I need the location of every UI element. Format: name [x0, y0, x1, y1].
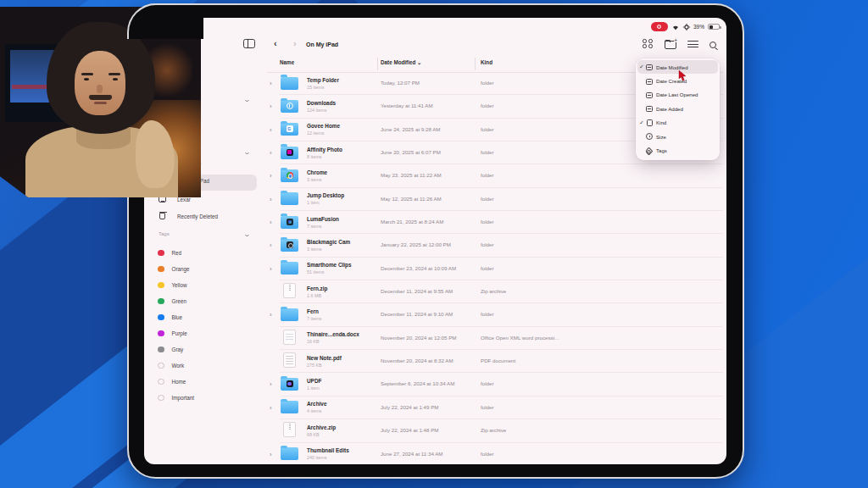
sidebar-toggle-button[interactable] — [243, 39, 255, 48]
sort-menu-item[interactable]: ✓ Size — [637, 130, 718, 143]
column-header-name[interactable]: Name — [280, 59, 294, 65]
file-icon — [281, 284, 298, 297]
file-date-modified: June 24, 2025 at 9:28 AM — [381, 126, 441, 132]
table-row[interactable]: › Chrome 3 items May 23, 2025 at 11:22 A… — [267, 164, 723, 187]
table-row[interactable]: › Blackmagic Cam 3 items January 22, 202… — [267, 234, 723, 257]
menu-item-label: Date Last Opened — [656, 92, 698, 97]
list-view-button[interactable] — [687, 39, 698, 49]
table-row[interactable]: › UPDF 1 item September 6, 2024 at 10:34… — [267, 373, 723, 396]
menu-item-label: Date Added — [656, 106, 683, 112]
disclosure-chevron-icon[interactable]: › — [270, 404, 272, 412]
tag-label: Green — [172, 298, 187, 304]
tag-color-dot — [158, 298, 164, 305]
disclosure-chevron-icon[interactable]: › — [270, 451, 272, 458]
sort-menu-item[interactable]: ✓ Kind — [637, 116, 718, 130]
file-icon — [281, 446, 298, 460]
luma-badge-icon — [287, 219, 293, 225]
table-row[interactable]: › Jump Desktop 1 item May 12, 2025 at 11… — [267, 188, 723, 211]
sidebar-item-lexar[interactable]: Lexar — [177, 197, 191, 202]
section-collapse-chevron[interactable]: ⌄ — [243, 230, 251, 238]
section-collapse-chevron[interactable]: ⌄ — [243, 148, 251, 156]
search-button[interactable] — [709, 42, 716, 48]
table-row[interactable]: › New Note.pdf 275 KB November 20, 2024 … — [267, 350, 723, 373]
record-dot-icon — [657, 25, 661, 29]
file-detail: 7 items — [307, 316, 321, 321]
disclosure-chevron-icon[interactable]: › — [270, 126, 272, 134]
table-row[interactable]: › Archive.zip 68 KB July 22, 2024 at 1:4… — [267, 419, 723, 442]
table-row[interactable]: › Fern 7 items December 11, 2024 at 9:10… — [267, 303, 723, 326]
column-header-date-modified[interactable]: Date Modified ⌄ — [381, 59, 421, 65]
disclosure-chevron-icon[interactable]: › — [270, 196, 272, 203]
file-kind: Zip archive — [481, 288, 581, 294]
menu-item-icon — [646, 147, 653, 154]
sort-menu-item[interactable]: ✓ Date Last Opened — [637, 88, 718, 102]
file-icon — [281, 168, 298, 181]
table-row[interactable]: › Archive 4 items July 22, 2024 at 1:49 … — [267, 396, 723, 419]
disclosure-chevron-icon[interactable]: › — [270, 265, 272, 273]
file-kind: folder — [481, 451, 581, 457]
file-name: Govee Home — [307, 123, 340, 129]
sidebar-item-recently-deleted[interactable]: Recently Deleted — [177, 214, 218, 219]
sidebar-tag-item[interactable]: Purple — [158, 325, 187, 341]
sidebar-tag-item[interactable]: Green — [158, 293, 186, 309]
tag-label: Purple — [172, 330, 187, 336]
table-row[interactable]: › Thinaire...enda.docx 16 KB November 20… — [267, 327, 723, 350]
file-detail: 240 items — [307, 455, 326, 460]
file-icon — [281, 214, 298, 228]
tag-label: Blue — [172, 314, 183, 320]
file-detail: 1 item — [307, 385, 320, 391]
file-kind: folder — [481, 126, 581, 132]
screen-recording-indicator[interactable] — [651, 22, 668, 31]
sort-menu-item[interactable]: ✓ Date Added — [637, 102, 718, 115]
video-frame: ul 1 39% ‹ › On My iPad — [0, 0, 868, 488]
column-header-kind[interactable]: Kind — [481, 59, 492, 65]
tag-color-dot — [158, 330, 164, 337]
back-button[interactable]: ‹ — [274, 38, 277, 48]
tag-color-dot — [158, 347, 164, 353]
file-icon — [281, 98, 298, 112]
disclosure-chevron-icon[interactable]: › — [270, 241, 272, 249]
sidebar-tag-item[interactable]: Blue — [158, 309, 182, 325]
sidebar-tag-item[interactable]: Red — [158, 245, 181, 261]
sidebar-tag-item[interactable]: Orange — [158, 261, 190, 277]
file-icon — [281, 353, 298, 367]
disclosure-chevron-icon[interactable]: › — [270, 149, 272, 157]
disclosure-chevron-icon[interactable]: › — [270, 103, 272, 110]
sort-menu-item[interactable]: ✓ Tags — [637, 143, 718, 157]
tag-color-dot — [158, 395, 164, 402]
file-kind: Office Open XML word processi… — [481, 335, 581, 341]
status-bar: ul 1 39% — [144, 18, 726, 35]
sidebar-tag-item[interactable]: Yellow — [158, 277, 186, 293]
file-kind: Zip archive — [481, 427, 581, 433]
disclosure-chevron-icon[interactable]: › — [270, 172, 272, 180]
sidebar-tag-item[interactable]: Important — [158, 390, 194, 406]
sidebar-tag-item[interactable]: Work — [158, 358, 184, 374]
file-date-modified: November 20, 2024 at 12:05 PM — [381, 335, 456, 341]
disclosure-chevron-icon[interactable]: › — [270, 311, 272, 319]
file-kind: folder — [481, 219, 581, 225]
table-row[interactable]: › Smarthome Clips 51 items December 23, … — [267, 258, 723, 280]
tag-color-dot — [158, 379, 164, 385]
file-detail: 8 items — [307, 154, 321, 159]
table-row[interactable]: › Fern.zip 1.6 MB December 11, 2024 at 9… — [267, 280, 723, 303]
sidebar-tag-item[interactable]: Gray — [158, 341, 183, 358]
tag-label: Home — [172, 379, 186, 385]
menu-item-label: Tags — [656, 147, 667, 153]
file-detail: 4 items — [307, 408, 321, 413]
disclosure-chevron-icon[interactable]: › — [270, 380, 272, 388]
orientation-lock-icon — [683, 24, 690, 30]
view-options-button[interactable] — [643, 39, 654, 49]
forward-button[interactable]: › — [293, 38, 297, 48]
sidebar-tag-item[interactable]: Home — [158, 374, 186, 390]
menu-item-icon — [646, 119, 653, 126]
disclosure-chevron-icon[interactable]: › — [270, 219, 272, 226]
disclosure-chevron-icon[interactable]: › — [270, 80, 272, 87]
new-folder-button[interactable] — [665, 41, 676, 49]
file-date-modified: December 11, 2024 at 9:10 AM — [381, 311, 453, 317]
file-icon — [281, 237, 298, 251]
table-row[interactable]: › LumaFusion 7 items March 21, 2025 at 8… — [267, 211, 723, 234]
file-icon — [281, 307, 298, 320]
table-row[interactable]: › Thumbnail Edits 240 items June 27, 202… — [267, 443, 723, 465]
section-collapse-chevron[interactable]: ⌄ — [243, 96, 251, 103]
file-kind: folder — [481, 149, 581, 155]
